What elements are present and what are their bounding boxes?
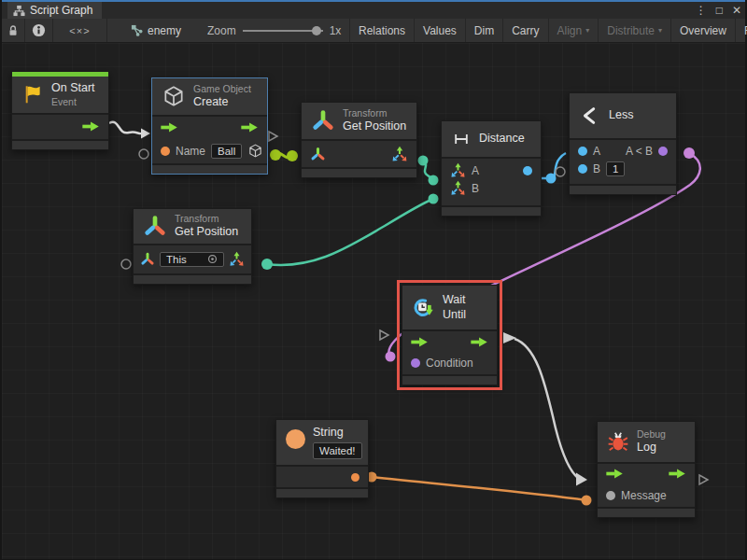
zoom-slider-handle[interactable] — [312, 26, 321, 35]
target-value: This — [166, 254, 187, 265]
zoom-slider-track — [243, 30, 323, 32]
node-footer — [134, 275, 251, 284]
node-title: Less — [609, 108, 633, 123]
script-graph-window: Script Graph ⋮ □ ✕ <×> — [0, 0, 747, 560]
name-input-port[interactable] — [161, 147, 170, 156]
chevron-down-icon: ▾ — [585, 26, 589, 35]
node-wait-until[interactable]: Wait Until Condition — [402, 285, 498, 385]
node-subtitle: Event — [51, 96, 95, 108]
code-preview-button[interactable]: <×> — [53, 19, 107, 42]
flow-in-port[interactable] — [411, 337, 429, 347]
wire-create-to-getposition[interactable] — [275, 153, 292, 158]
node-footer — [598, 509, 695, 517]
port-label: B — [472, 182, 479, 195]
zoom-slider[interactable] — [243, 26, 323, 35]
transform-in-port[interactable] — [310, 147, 326, 161]
less-out-port[interactable] — [658, 147, 668, 156]
chevron-down-icon: ▾ — [658, 26, 662, 35]
string-value-field[interactable]: Waited! — [313, 442, 362, 459]
full-screen-button[interactable]: Full Screen — [735, 19, 747, 42]
node-distance[interactable]: Distance A B — [441, 120, 542, 217]
flow-out-port[interactable] — [241, 122, 259, 133]
zoom-label: Zoom — [207, 24, 236, 37]
window-close-icon[interactable]: ✕ — [732, 2, 741, 19]
target-field[interactable]: This — [160, 252, 224, 267]
vector3-out-port[interactable] — [229, 251, 245, 267]
name-value-field[interactable]: Ball — [211, 144, 242, 159]
object-picker-icon[interactable] — [207, 254, 218, 264]
less-icon — [579, 105, 601, 127]
less-a-port[interactable] — [578, 147, 587, 156]
transform-in-port[interactable] — [140, 252, 155, 266]
flow-in-port[interactable] — [161, 122, 178, 133]
flow-in-port[interactable] — [606, 469, 624, 479]
b-value-field[interactable]: 1 — [606, 161, 625, 176]
wire-getposition-to-distance-a[interactable] — [423, 161, 433, 180]
node-get-position-b[interactable]: Transform Get Position This — [133, 208, 252, 285]
node-get-position-a[interactable]: Transform Get Position — [301, 102, 417, 178]
node-surtitle: Game Object — [193, 83, 251, 95]
node-footer — [12, 141, 108, 149]
lock-button[interactable] — [2, 19, 25, 42]
inspect-button[interactable] — [25, 19, 53, 42]
node-title: Get Position — [175, 225, 238, 240]
transform-icon — [143, 215, 167, 237]
cube-icon — [162, 84, 186, 108]
carry-button[interactable]: Carry — [502, 19, 547, 42]
flow-out-port[interactable] — [471, 337, 488, 347]
overview-button[interactable]: Overview — [670, 19, 735, 42]
graph-canvas[interactable]: On Start Event Game Object Create — [2, 43, 745, 559]
dim-button[interactable]: Dim — [465, 19, 502, 42]
port-ring — [121, 259, 131, 269]
node-create-game-object[interactable]: Game Object Create Name Ball — [151, 77, 268, 175]
wire-string-to-log[interactable] — [372, 477, 586, 500]
node-title: Wait Until — [443, 293, 487, 322]
node-string[interactable]: String Waited! — [275, 419, 369, 498]
node-title: Log — [637, 441, 666, 455]
game-object-out-port[interactable] — [247, 143, 263, 159]
wire-endpoint — [270, 149, 281, 161]
node-title: String — [313, 426, 362, 441]
wire-start-to-create[interactable] — [109, 122, 142, 133]
values-button[interactable]: Values — [414, 19, 465, 42]
relations-button[interactable]: Relations — [349, 19, 414, 42]
graph-breadcrumb[interactable]: enemy — [131, 19, 181, 42]
node-surtitle: Transform — [175, 213, 238, 225]
node-footer — [402, 376, 497, 385]
wire-start-triangle — [503, 332, 516, 343]
wire-endpoint — [429, 175, 439, 186]
window-menu-icon[interactable]: ⋮ — [696, 2, 707, 19]
node-less[interactable]: Less A A < B B 1 — [569, 92, 677, 195]
graph-tab-icon — [13, 5, 25, 17]
vector3-out-port[interactable] — [391, 146, 408, 162]
vector3-b-port[interactable] — [450, 180, 466, 196]
window-maximize-icon[interactable]: □ — [716, 2, 723, 19]
node-on-start[interactable]: On Start Event — [11, 71, 109, 150]
wire-endpoint — [582, 496, 592, 506]
port-label: A — [472, 164, 479, 177]
tab-title: Script Graph — [30, 4, 92, 17]
condition-port[interactable] — [411, 358, 420, 368]
zoom-value: 1x — [330, 24, 342, 37]
message-port[interactable] — [606, 491, 615, 500]
tab-script-graph[interactable]: Script Graph — [7, 2, 102, 19]
graph-name-label: enemy — [148, 24, 181, 37]
node-surtitle: Transform — [343, 107, 406, 119]
align-dropdown[interactable]: Align▾ — [548, 19, 599, 42]
distance-out-port[interactable] — [523, 166, 532, 175]
zoom-control: Zoom 1x — [207, 19, 341, 42]
result-label: A < B — [626, 145, 653, 158]
wire-getposition-to-distance-b[interactable] — [267, 199, 433, 265]
distribute-dropdown[interactable]: Distribute▾ — [598, 19, 670, 42]
vector3-a-port[interactable] — [450, 162, 466, 178]
less-b-port[interactable] — [578, 164, 587, 174]
relation-triangle — [269, 132, 277, 141]
port-label: B — [593, 162, 600, 175]
port-label: Name — [176, 145, 205, 158]
string-out-port[interactable] — [351, 473, 359, 482]
flow-out-port[interactable] — [669, 469, 686, 479]
flow-out-port[interactable] — [82, 121, 100, 132]
node-debug-log[interactable]: Debug Log Message — [597, 421, 696, 518]
node-title: Distance — [479, 132, 525, 147]
wire-wait-to-log[interactable] — [514, 339, 578, 478]
